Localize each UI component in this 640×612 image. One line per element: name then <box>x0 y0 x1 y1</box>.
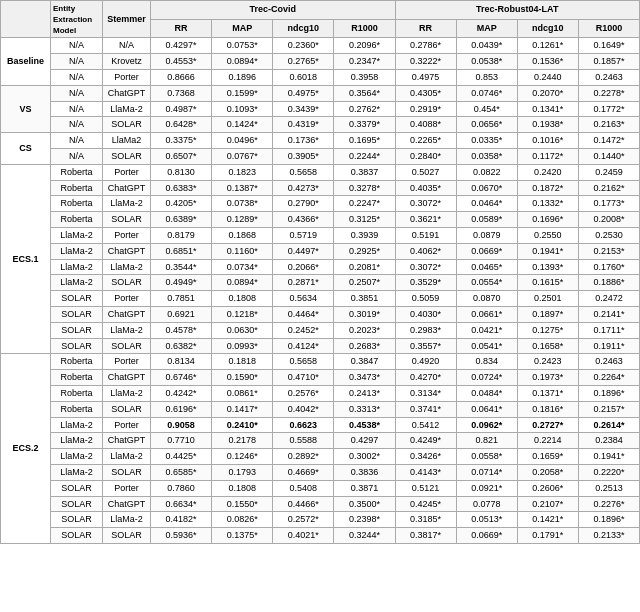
cell-ndcg1: 0.2066* <box>273 259 334 275</box>
cell-map2: 0.0589* <box>456 212 517 228</box>
table-row: RobertaSOLAR0.6389*0.1289*0.4366*0.3125*… <box>1 212 640 228</box>
cell-r1000_2: 0.2141* <box>578 306 639 322</box>
cell-map2: 0.0656* <box>456 117 517 133</box>
cell-rr2: 0.3426* <box>395 449 456 465</box>
cell-map1: 0.1424* <box>212 117 273 133</box>
stemmer-cell: LlaMa-2 <box>103 512 151 528</box>
cell-map1: 0.0734* <box>212 259 273 275</box>
cell-r1000_1: 0.2247* <box>334 196 395 212</box>
cell-map2: 0.0558* <box>456 449 517 465</box>
cell-map1: 0.0753* <box>212 38 273 54</box>
cell-ndcg1: 0.2765* <box>273 54 334 70</box>
cell-r1000_1: 0.2081* <box>334 259 395 275</box>
cell-map1: 0.0861* <box>212 385 273 401</box>
cell-r1000_1: 0.2347* <box>334 54 395 70</box>
stemmer-cell: Porter <box>103 417 151 433</box>
cell-ndcg2: 0.1658* <box>517 338 578 354</box>
cell-rr1: 0.4297* <box>151 38 212 54</box>
table-row: RobertaChatGPT0.6383*0.1387*0.4273*0.327… <box>1 180 640 196</box>
entity-cell: LlaMa-2 <box>51 433 103 449</box>
table-row: CSN/ALlaMa20.3375*0.0496*0.1736*0.1695*0… <box>1 133 640 149</box>
table-row: RobertaSOLAR0.6196*0.1417*0.4042*0.3313*… <box>1 401 640 417</box>
cell-r1000_2: 0.1760* <box>578 259 639 275</box>
cell-map2: 0.0335* <box>456 133 517 149</box>
cell-map1: 0.1868 <box>212 227 273 243</box>
cell-ndcg1: 0.1736* <box>273 133 334 149</box>
stemmer-cell: ChatGPT <box>103 85 151 101</box>
cell-map2: 0.0358* <box>456 148 517 164</box>
cell-rr1: 0.4205* <box>151 196 212 212</box>
cell-map1: 0.1808 <box>212 291 273 307</box>
header-map1: MAP <box>212 19 273 38</box>
entity-cell: LlaMa-2 <box>51 449 103 465</box>
cell-r1000_2: 0.1911* <box>578 338 639 354</box>
entity-cell: N/A <box>51 38 103 54</box>
stemmer-cell: ChatGPT <box>103 243 151 259</box>
cell-r1000_2: 0.2472 <box>578 291 639 307</box>
cell-r1000_1: 0.3313* <box>334 401 395 417</box>
cell-rr1: 0.8134 <box>151 354 212 370</box>
table-row: SOLARLlaMa-20.4182*0.0826*0.2572*0.2398*… <box>1 512 640 528</box>
group-label-cell: VS <box>1 85 51 132</box>
cell-ndcg2: 0.1393* <box>517 259 578 275</box>
cell-map2: 0.0439* <box>456 38 517 54</box>
cell-ndcg1: 0.4366* <box>273 212 334 228</box>
header-stemmer: Stemmer <box>103 1 151 38</box>
cell-ndcg1: 0.2452* <box>273 322 334 338</box>
cell-r1000_1: 0.2244* <box>334 148 395 164</box>
stemmer-cell: ChatGPT <box>103 306 151 322</box>
cell-ndcg1: 0.5588 <box>273 433 334 449</box>
entity-cell: N/A <box>51 117 103 133</box>
stemmer-cell: Porter <box>103 291 151 307</box>
cell-r1000_1: 0.2683* <box>334 338 395 354</box>
entity-cell: N/A <box>51 85 103 101</box>
cell-r1000_2: 0.2278* <box>578 85 639 101</box>
entity-cell: N/A <box>51 133 103 149</box>
header-group <box>1 1 51 38</box>
cell-rr2: 0.3529* <box>395 275 456 291</box>
cell-r1000_2: 0.1440* <box>578 148 639 164</box>
cell-r1000_2: 0.2153* <box>578 243 639 259</box>
group-label-cell: ECS.2 <box>1 354 51 544</box>
cell-r1000_1: 0.2096* <box>334 38 395 54</box>
cell-map1: 0.1289* <box>212 212 273 228</box>
cell-rr1: 0.8666 <box>151 69 212 85</box>
cell-ndcg2: 0.1016* <box>517 133 578 149</box>
stemmer-cell: SOLAR <box>103 212 151 228</box>
cell-ndcg2: 0.2550 <box>517 227 578 243</box>
cell-ndcg1: 0.2572* <box>273 512 334 528</box>
cell-map2: 0.0879 <box>456 227 517 243</box>
cell-ndcg2: 0.2058* <box>517 464 578 480</box>
cell-r1000_1: 0.3847 <box>334 354 395 370</box>
cell-map1: 0.1218* <box>212 306 273 322</box>
cell-map2: 0.821 <box>456 433 517 449</box>
cell-map2: 0.0870 <box>456 291 517 307</box>
cell-rr2: 0.3072* <box>395 196 456 212</box>
cell-ndcg2: 0.1341* <box>517 101 578 117</box>
entity-cell: SOLAR <box>51 512 103 528</box>
entity-cell: SOLAR <box>51 480 103 496</box>
stemmer-cell: Porter <box>103 480 151 496</box>
cell-r1000_1: 0.3278* <box>334 180 395 196</box>
cell-rr2: 0.3072* <box>395 259 456 275</box>
table-row: N/ASOLAR0.6428*0.1424*0.4319*0.3379*0.40… <box>1 117 640 133</box>
cell-ndcg2: 0.1275* <box>517 322 578 338</box>
header-rr1: RR <box>151 19 212 38</box>
cell-map2: 0.0465* <box>456 259 517 275</box>
cell-rr2: 0.4305* <box>395 85 456 101</box>
cell-ndcg2: 0.1791* <box>517 528 578 544</box>
cell-map1: 0.1093* <box>212 101 273 117</box>
stemmer-cell: SOLAR <box>103 401 151 417</box>
cell-map2: 0.0661* <box>456 306 517 322</box>
table-row: SOLARPorter0.78510.18080.56340.38510.505… <box>1 291 640 307</box>
cell-rr1: 0.3544* <box>151 259 212 275</box>
cell-map1: 0.1818 <box>212 354 273 370</box>
cell-map1: 0.1896 <box>212 69 273 85</box>
stemmer-cell: LlaMa-2 <box>103 259 151 275</box>
cell-map1: 0.0738* <box>212 196 273 212</box>
cell-ndcg2: 0.1615* <box>517 275 578 291</box>
cell-r1000_2: 0.1649* <box>578 38 639 54</box>
cell-ndcg1: 0.5719 <box>273 227 334 243</box>
cell-map1: 0.0894* <box>212 54 273 70</box>
cell-ndcg2: 0.1696* <box>517 212 578 228</box>
